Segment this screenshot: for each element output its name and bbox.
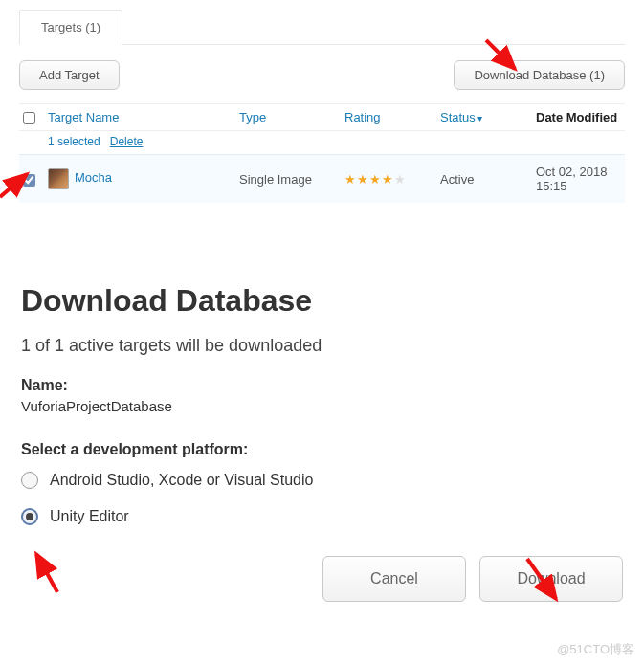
name-value: VuforiaProjectDatabase bbox=[21, 398, 623, 414]
targets-table: Target Name Type Rating Status▾ Date Mod… bbox=[19, 103, 625, 203]
platform-option-label: Android Studio, Xcode or Visual Studio bbox=[50, 472, 313, 489]
col-rating[interactable]: Rating bbox=[341, 104, 436, 131]
platform-option-label: Unity Editor bbox=[50, 508, 129, 525]
add-target-button[interactable]: Add Target bbox=[19, 60, 120, 90]
dialog-subtitle: 1 of 1 active targets will be downloaded bbox=[21, 336, 623, 356]
col-status[interactable]: Status▾ bbox=[436, 104, 532, 131]
target-name-link[interactable]: Mocha bbox=[75, 171, 112, 186]
platform-label: Select a development platform: bbox=[21, 441, 623, 458]
col-name[interactable]: Target Name bbox=[44, 104, 235, 131]
cancel-button[interactable]: Cancel bbox=[322, 556, 466, 602]
tab-targets[interactable]: Targets (1) bbox=[19, 10, 122, 45]
download-button[interactable]: Download bbox=[479, 556, 623, 602]
delete-link[interactable]: Delete bbox=[110, 135, 144, 148]
target-rating: ★★★★★ bbox=[341, 155, 436, 204]
target-date: Oct 02, 2018 15:15 bbox=[532, 155, 625, 204]
select-all-checkbox[interactable] bbox=[23, 112, 35, 124]
selected-count: 1 selected bbox=[48, 135, 100, 148]
name-label: Name: bbox=[21, 377, 623, 394]
chevron-down-icon: ▾ bbox=[477, 113, 482, 123]
dialog-title: Download Database bbox=[21, 283, 623, 319]
target-thumbnail bbox=[48, 168, 69, 189]
table-row[interactable]: Mocha Single Image ★★★★★ Active Oct 02, … bbox=[19, 155, 625, 204]
radio-icon bbox=[21, 508, 38, 525]
download-dialog: Download Database 1 of 1 active targets … bbox=[0, 203, 644, 525]
target-type: Single Image bbox=[235, 155, 341, 204]
col-type[interactable]: Type bbox=[235, 104, 341, 131]
watermark: @51CTO博客 bbox=[557, 641, 634, 658]
target-status: Active bbox=[436, 155, 532, 204]
tabs-bar: Targets (1) bbox=[19, 10, 625, 45]
col-date[interactable]: Date Modified bbox=[532, 104, 625, 131]
radio-icon bbox=[21, 472, 38, 489]
platform-option-android[interactable]: Android Studio, Xcode or Visual Studio bbox=[21, 472, 623, 489]
platform-option-unity[interactable]: Unity Editor bbox=[21, 508, 623, 525]
row-checkbox[interactable] bbox=[23, 174, 35, 187]
download-database-button[interactable]: Download Database (1) bbox=[454, 60, 625, 90]
